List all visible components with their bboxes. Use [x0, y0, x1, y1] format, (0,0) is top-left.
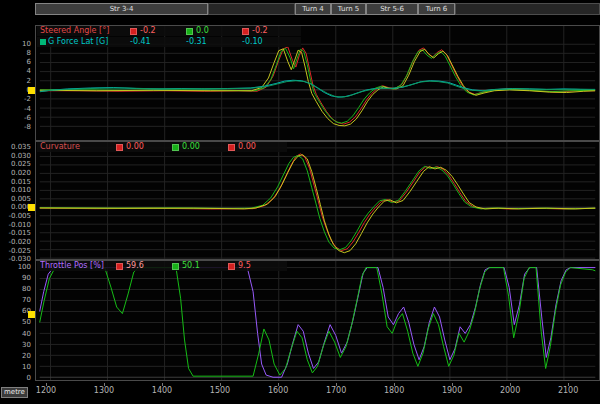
y-tick-label: 0.010 — [0, 186, 31, 194]
track-section-str-5-6[interactable]: Str 5-6 — [366, 3, 418, 15]
legend-2: Throttle Pos [%]59.650.19.5 — [37, 261, 287, 272]
channel-value: 0.00 — [238, 142, 256, 152]
y-tick-label: 70 — [0, 296, 31, 304]
legend-row: Steered Angle [°]-0.20.0-0.2 — [37, 26, 301, 36]
lap-value-group: 9.5 — [228, 261, 284, 271]
lap-marker-icon — [116, 263, 123, 270]
lap-value-group: 50.1 — [172, 261, 228, 271]
y-axis-labels-1: 0.0350.0300.0250.0200.0150.0100.0050.000… — [0, 141, 33, 260]
channel-value: -0.31 — [186, 37, 207, 47]
x-tick-label: 1300 — [89, 386, 119, 395]
x-axis: 1200130014001500160017001800190020002100 — [0, 381, 600, 401]
y-tick-label: 0.035 — [0, 143, 31, 151]
y-tick-label: 0.015 — [0, 178, 31, 186]
x-tick-label: 1800 — [379, 386, 409, 395]
lap-value-group: -0.31 — [186, 37, 242, 47]
x-tick-label: 1900 — [437, 386, 467, 395]
channel-value: -0.10 — [242, 37, 263, 47]
channel-value: -0.41 — [130, 37, 151, 47]
y-tick-label: 10 — [0, 40, 31, 48]
y-tick-label: 80 — [0, 285, 31, 293]
track-section-turn-5[interactable]: Turn 5 — [331, 3, 366, 15]
x-tick-label: 2000 — [495, 386, 525, 395]
channel-value: 0.00 — [182, 142, 200, 152]
y-tick-label: 2 — [0, 77, 31, 85]
lap-value-group: -0.10 — [242, 37, 298, 47]
trace-steered-angle-lap1 — [40, 47, 595, 124]
lap-value-group: -0.2 — [242, 26, 298, 36]
lap-marker-icon — [228, 144, 235, 151]
track-section-turn-4[interactable]: Turn 4 — [295, 3, 331, 15]
lap-value-group: 0.0 — [186, 26, 242, 36]
cursor-marker-2[interactable] — [28, 311, 35, 318]
trace-curvature-lap1 — [40, 154, 596, 251]
channel-value: 50.1 — [182, 261, 200, 271]
legend-row: Throttle Pos [%]59.650.19.5 — [37, 261, 287, 271]
channel-name[interactable]: G Force Lat [G] — [48, 37, 108, 47]
y-tick-label: 0.000 — [0, 203, 31, 211]
track-section-str-3-4[interactable]: Str 3-4 — [35, 3, 208, 15]
y-tick-label: 0.005 — [0, 195, 31, 203]
x-tick-label: 1600 — [263, 386, 293, 395]
y-axis-labels-2: 1009080706050403020100 — [0, 260, 33, 381]
legend-row: Curvature0.000.000.00 — [37, 142, 287, 152]
legend-0: Steered Angle [°]-0.20.0-0.2G Force Lat … — [37, 26, 301, 48]
cursor-marker-1[interactable] — [28, 204, 35, 211]
y-tick-label: 0 — [0, 86, 31, 94]
track-section[interactable] — [208, 3, 295, 15]
trace-curvature-lap2 — [40, 156, 596, 250]
channel-name[interactable]: Throttle Pos [%] — [40, 261, 104, 271]
y-tick-label: 40 — [0, 330, 31, 338]
plot-2[interactable] — [35, 260, 600, 381]
plot-1[interactable] — [35, 141, 600, 260]
y-tick-label: 20 — [0, 352, 31, 360]
x-tick-label: 2100 — [553, 386, 583, 395]
y-tick-label: 90 — [0, 274, 31, 282]
y-tick-label: 0.025 — [0, 160, 31, 168]
trace-g-force-lat-lap2 — [40, 81, 595, 97]
y-tick-label: -0.010 — [0, 221, 31, 229]
track-bar: Str 3-4Turn 4Turn 5Str 5-6Turn 6 — [35, 3, 600, 15]
y-tick-label: 4 — [0, 67, 31, 75]
y-tick-label: 50 — [0, 318, 31, 326]
y-tick-label: -6 — [0, 114, 31, 122]
x-tick-label: 1500 — [205, 386, 235, 395]
lap-marker-icon — [116, 144, 123, 151]
channel-value: -0.2 — [140, 26, 156, 36]
x-tick-label: 1400 — [147, 386, 177, 395]
track-section[interactable] — [455, 3, 600, 15]
y-tick-label: 8 — [0, 49, 31, 57]
trace-steered-angle-lap2 — [40, 48, 595, 123]
channel-name[interactable]: Steered Angle [°] — [40, 26, 109, 36]
y-tick-label: -0.025 — [0, 247, 31, 255]
y-tick-label: -0.020 — [0, 238, 31, 246]
legend-1: Curvature0.000.000.00 — [37, 142, 287, 153]
legend-row: G Force Lat [G]-0.41-0.31-0.10 — [37, 37, 301, 47]
channel-value: 9.5 — [238, 261, 251, 271]
x-tick-label: 1200 — [31, 386, 61, 395]
track-section-turn-6[interactable]: Turn 6 — [418, 3, 455, 15]
channel-marker-icon — [40, 39, 46, 45]
trace-throttle-pos-lap2 — [40, 268, 596, 377]
lap-marker-icon — [172, 263, 179, 270]
cursor-marker-0[interactable] — [28, 87, 35, 94]
y-tick-label: -0.015 — [0, 229, 31, 237]
y-tick-label: -2 — [0, 95, 31, 103]
x-axis-unit: metre — [1, 387, 28, 398]
lap-marker-icon — [172, 144, 179, 151]
y-tick-label: 60 — [0, 307, 31, 315]
lap-marker-icon — [186, 28, 193, 35]
channel-name[interactable]: Curvature — [40, 142, 80, 152]
y-tick-label: 30 — [0, 341, 31, 349]
lap-value-group: -0.2 — [130, 26, 186, 36]
lap-value-group: 59.6 — [116, 261, 172, 271]
y-axis-labels-0: 1086420-2-4-6-8 — [0, 25, 33, 141]
x-tick-label: 1700 — [321, 386, 351, 395]
channel-value: 0.0 — [196, 26, 209, 36]
y-tick-label: 10 — [0, 363, 31, 371]
channel-value: 59.6 — [126, 261, 144, 271]
lap-value-group: 0.00 — [228, 142, 284, 152]
y-tick-label: 0.020 — [0, 169, 31, 177]
y-tick-label: 100 — [0, 263, 31, 271]
lap-marker-icon — [242, 28, 249, 35]
